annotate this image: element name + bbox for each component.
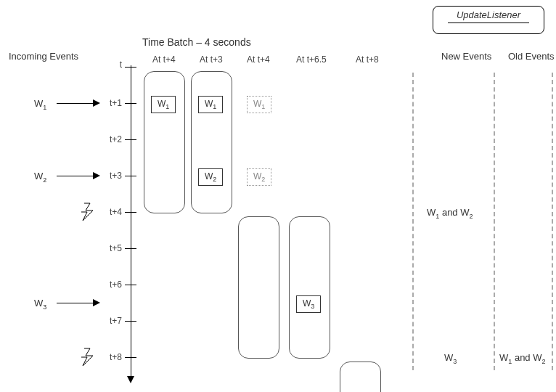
dashed-separator-2	[494, 73, 495, 370]
lightning-icon	[80, 202, 100, 222]
update-listener-box: UpdateListener	[433, 6, 544, 34]
window-col-1	[144, 71, 185, 213]
tick-label-t1: t+1	[100, 98, 122, 108]
incoming-w1-arrow-line	[57, 103, 93, 104]
update-listener-label: UpdateListener	[448, 9, 529, 20]
tick-t3	[125, 176, 136, 176]
window-col-4	[289, 216, 330, 359]
incoming-w2-label: W2	[34, 171, 46, 184]
diagram-stage: UpdateListener Time Batch – 4 seconds In…	[0, 0, 556, 392]
tick-label-t5: t+5	[100, 243, 122, 253]
old-events-label: Old Events	[508, 51, 555, 62]
lightning-icon	[80, 347, 100, 367]
col-head-1: At t+4	[152, 54, 176, 65]
window-col-2-w2: W2	[198, 168, 223, 186]
col-head-5: At t+8	[356, 54, 379, 65]
tick-label-t7: t+7	[100, 316, 122, 326]
window-col-2	[191, 71, 232, 213]
tick-t8	[125, 357, 136, 358]
incoming-w3-arrow-line	[57, 303, 93, 303]
tick-t4	[125, 212, 136, 213]
col-head-2: At t+3	[200, 54, 223, 65]
old-events-t8: W1 and W2	[499, 352, 546, 365]
diagram-title: Time Batch – 4 seconds	[142, 36, 251, 48]
incoming-w1-arrow-head	[93, 99, 100, 107]
incoming-w3-arrow-head	[93, 299, 100, 306]
new-events-label: New Events	[441, 51, 491, 62]
incoming-w2-arrow-head	[93, 172, 100, 179]
time-axis-arrowhead	[127, 376, 134, 383]
window-col-2-w1: W1	[198, 96, 223, 113]
tick-t1	[125, 103, 136, 104]
incoming-events-label: Incoming Events	[9, 51, 78, 62]
tick-t5	[125, 248, 136, 249]
window-col-5	[340, 362, 381, 392]
new-events-t8: W3	[444, 352, 457, 365]
tick-t7	[125, 321, 136, 322]
incoming-w2-arrow-line	[57, 176, 93, 176]
tick-t6	[125, 285, 136, 285]
dashed-separator-1	[412, 73, 414, 370]
tick-label-t2: t+2	[100, 134, 122, 144]
window-col-1-w1: W1	[151, 96, 176, 113]
tick-label-t4: t+4	[100, 207, 122, 217]
time-axis-line	[131, 65, 131, 377]
new-events-t4: W1 and W2	[427, 207, 473, 220]
tick-t2	[125, 139, 136, 140]
window-col-3-w1-expired: W1	[247, 96, 271, 113]
window-col-3-w2-expired: W2	[247, 168, 271, 186]
tick-label-t8: t+8	[100, 352, 122, 362]
tick-label-t3: t+3	[100, 171, 122, 181]
tick-label-t6: t+6	[100, 279, 122, 290]
incoming-w3-label: W3	[34, 298, 46, 311]
tick-label-t0: t	[100, 60, 122, 70]
window-col-3	[238, 216, 279, 359]
tick-t0	[125, 67, 136, 68]
col-head-3: At t+4	[247, 54, 270, 65]
window-col-4-w3: W3	[296, 295, 321, 313]
col-head-4: At t+6.5	[296, 54, 327, 65]
dashed-separator-3	[552, 73, 553, 370]
incoming-w1-label: W1	[34, 98, 46, 111]
